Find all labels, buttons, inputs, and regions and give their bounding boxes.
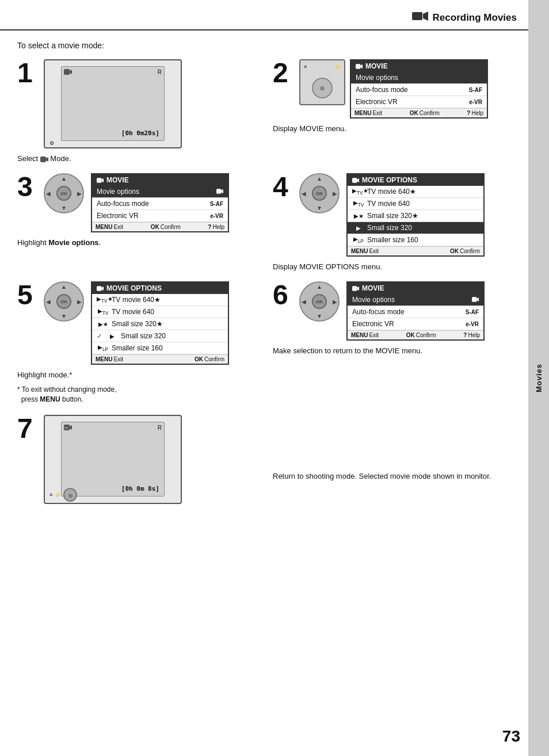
step-7-return-text: Return to shooting mode. Selected movie … [273,415,511,504]
step-4-dpad-down: ▼ [317,205,322,211]
step-7-header: 7 TV R [0h 0m 8s] ≡ ⚡ ◎ [17,415,256,504]
step-3: 3 OK ▲ ▼ ◀ ▶ [17,173,256,271]
steps-grid: 1 R [0h 0m20s] ⚙ [17,59,511,504]
step-2-menu-title: MOVIE [351,60,487,72]
step-1-header: 1 R [0h 0m20s] ⚙ [17,59,256,148]
svg-rect-8 [475,75,481,80]
step-7-caption: Return to shooting mode. Selected movie … [273,471,511,482]
svg-marker-15 [357,178,359,182]
step-5-dpad-right: ▶ [77,299,82,305]
intro-text: To select a movie mode: [17,41,511,50]
step-6-content: OK ▲ ▼ ◀ ▶ MOVIE Movie o [299,281,511,341]
menu-row-af: Auto-focus mode S-AF [351,84,487,96]
step-5-header: 5 OK ▲ ▼ ◀ ▶ [17,281,256,365]
svg-marker-7 [361,64,363,68]
step-3-number: 3 [17,173,38,201]
step-2-content: ≡ ⚡ ◎ MOVIE Movie options [299,59,511,119]
step-3-dpad: OK ▲ ▼ ◀ ▶ [44,173,84,213]
step-7-ctrl-1: ≡ [49,492,52,498]
step-5-footer: MENU Exit OK Confirm [92,354,228,364]
step-6-dpad: OK ▲ ▼ ◀ ▶ [299,281,340,322]
step-7: 7 TV R [0h 0m 8s] ≡ ⚡ ◎ [17,415,256,504]
step-1-rec-icon: R [158,69,162,75]
step-3-caption: Highlight Movie options. [17,238,256,247]
step-4-dpad-left: ◀ [302,190,306,197]
step-6-dpad-center: OK [312,294,327,309]
step-5-menu-title: MOVIE OPTIONS [92,282,228,294]
menu-row-3-evr: Electronic VR e-VR [92,210,228,222]
svg-marker-9 [481,75,482,79]
svg-marker-11 [102,178,104,182]
step-6-dpad-up: ▲ [317,284,322,290]
step-1-ctrl: ⚙ [49,140,54,146]
menu-row-6-options: Movie options [348,294,483,306]
step-4-dpad-center: OK [312,186,327,201]
step-1-controls: ⚙ [49,140,54,146]
sidebar-tab: Movies [528,0,549,756]
step-1-caption: Select Mode. [17,154,256,163]
step-4-header: 4 OK ▲ ▼ ◀ ▶ [273,173,511,257]
step-2-menu: MOVIE Movie options Auto-focus mode S-AF [350,59,488,119]
main-content: To select a movie mode: 1 R [0h 0m20s] [0,30,528,514]
step-6-menu-title: MOVIE [348,282,483,294]
step-1-screen: R [0h 0m20s] [61,66,165,141]
step-1-content: R [0h 0m20s] ⚙ [44,59,256,148]
svg-rect-2 [64,69,70,75]
step-4-content: OK ▲ ▼ ◀ ▶ MOVIE OPTIONS [299,173,511,257]
header-title: Recording Movies [412,10,517,25]
page-number: 73 [502,727,520,746]
svg-rect-6 [356,64,361,69]
step-5-caption: Highlight mode.* [17,371,256,379]
menu-row-evr: Electronic VR e-VR [351,96,487,108]
dpad-down: ▼ [61,205,67,211]
menu-row-5-2: ▶TVTV movie 640 [92,306,228,318]
step-6-number: 6 [273,281,293,309]
step-6-footer: MENU Exit OK Confirm ? Help [348,330,483,339]
step-7-mode-icon: TV [64,425,73,432]
page-title: Recording Movies [433,12,517,24]
step-7-ctrl-2: ⚡ [55,492,61,498]
step-3-header: 3 OK ▲ ▼ ◀ ▶ [17,173,256,232]
menu-row-4-2: ▶TVTV movie 640 [348,198,483,210]
menu-row-5-5: ▶LPSmaller size 160 [92,342,228,354]
step-4-caption: Display MOVIE OPTIONS menu. [273,262,511,271]
svg-marker-3 [70,70,72,74]
step-6-header: 6 OK ▲ ▼ ◀ ▶ [273,281,511,341]
step-4-dpad-right: ▶ [333,190,337,197]
step-7-dial: ◎ [63,488,77,502]
svg-marker-1 [423,12,428,21]
step-6-menu: MOVIE Movie options Auto-focus mode S-AF [346,281,485,341]
step-7-controls: ≡ ⚡ ◎ [49,488,77,502]
step-5-content: OK ▲ ▼ ◀ ▶ MOVIE OPTIONS [44,281,256,365]
menu-row-4-5: ▶LPSmaller size 160 [348,234,483,246]
step-1-camera: R [0h 0m20s] ⚙ [44,59,182,148]
step-4-menu-title: MOVIE OPTIONS [348,174,483,186]
menu-row-4-1: ▶TV★TV movie 640★ [348,186,483,198]
step-2-caption: Display MOVIE menu. [273,124,511,133]
svg-rect-16 [97,286,102,291]
step-7-screen: TV R [0h 0m 8s] [61,422,165,497]
menu-row-5-1: ▶TV★TV movie 640★ [92,294,228,306]
step-5-dpad-down: ▼ [61,313,67,319]
menu-row-6-evr: Electronic VR e-VR [348,318,483,330]
svg-rect-4 [40,156,46,162]
dpad-up: ▲ [61,175,67,182]
step-7-camera: TV R [0h 0m 8s] ≡ ⚡ ◎ [44,415,182,504]
menu-row-3-options: Movie options [92,186,228,198]
svg-rect-14 [352,178,357,183]
step-1-time: [0h 0m20s] [121,129,159,137]
menu-row-4-4: ▶Small size 320 [348,222,483,234]
step-6-dpad-left: ◀ [302,299,306,305]
step-6-dpad-down: ▼ [317,313,322,319]
step-5-dpad-left: ◀ [46,299,51,305]
step-7-number: 7 [17,415,38,442]
svg-marker-23 [70,425,72,430]
step-7-rec-icon: R [158,425,162,431]
svg-rect-12 [216,189,222,194]
step-6: 6 OK ▲ ▼ ◀ ▶ [273,281,511,404]
step-4-dpad-up: ▲ [317,175,322,182]
step-5-dpad: OK ▲ ▼ ◀ ▶ [44,281,84,322]
step-3-content: OK ▲ ▼ ◀ ▶ MOVIE Movie o [44,173,256,232]
step-6-caption: Make selection to return to the MOVIE me… [273,346,511,355]
svg-rect-10 [97,178,102,183]
